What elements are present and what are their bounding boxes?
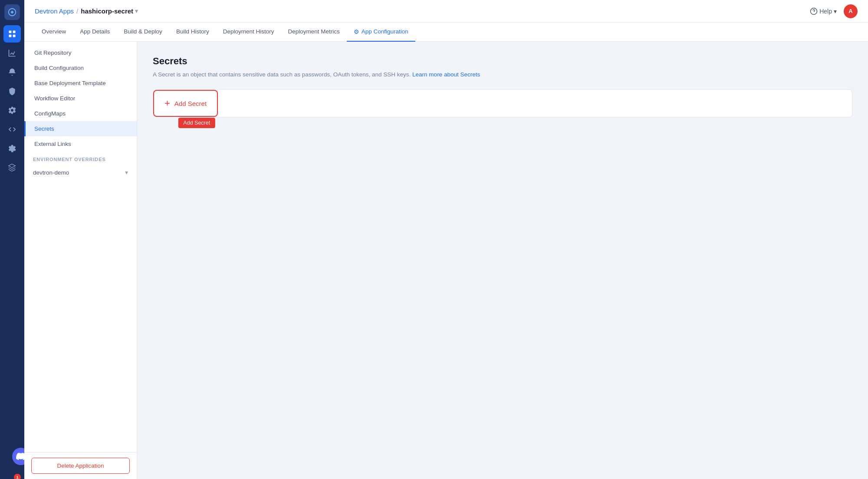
help-button[interactable]: Help ▾ xyxy=(810,7,837,15)
sidebar-item-security[interactable] xyxy=(3,83,21,100)
sidebar-item-global-config[interactable] xyxy=(3,102,21,119)
page-description: A Secret is an object that contains sens… xyxy=(153,70,852,79)
main-content: Secrets A Secret is an object that conta… xyxy=(137,42,868,479)
page-title: Secrets xyxy=(153,56,852,67)
sidebar-item-build-configuration[interactable]: Build Configuration xyxy=(24,60,137,76)
breadcrumb-parent[interactable]: Devtron Apps xyxy=(35,7,74,15)
sidebar-item-workflow-editor[interactable]: Workflow Editor xyxy=(24,91,137,106)
app-logo[interactable] xyxy=(4,4,20,20)
app-config-icon: ⚙ xyxy=(354,28,359,35)
page-description-text: A Secret is an object that contains sens… xyxy=(153,71,411,78)
tab-app-details[interactable]: App Details xyxy=(73,23,117,42)
sidebar-item-external-links[interactable]: External Links xyxy=(24,136,137,152)
help-chevron-icon: ▾ xyxy=(834,8,837,15)
sidebar: Git Repository Build Configuration Base … xyxy=(24,42,137,479)
sidebar-item-charts[interactable] xyxy=(3,44,21,62)
help-label: Help xyxy=(819,8,832,15)
add-secret-label: Add Secret xyxy=(174,100,207,107)
sidebar-item-stacks[interactable] xyxy=(3,159,21,176)
add-secret-tooltip: Add Secret xyxy=(178,118,215,128)
tab-app-configuration[interactable]: ⚙ App Configuration xyxy=(347,23,415,42)
svg-rect-1 xyxy=(9,31,12,33)
env-item-label: devtron-demo xyxy=(33,169,69,176)
sidebar-item-configmaps[interactable]: ConfigMaps xyxy=(24,106,137,121)
sidebar-footer: Delete Application xyxy=(24,452,137,479)
learn-more-link[interactable]: Learn more about Secrets xyxy=(412,71,480,78)
body-layout: Git Repository Build Configuration Base … xyxy=(24,42,868,479)
tab-app-configuration-label: App Configuration xyxy=(362,28,408,35)
avatar[interactable]: A xyxy=(844,4,858,18)
icon-bar: 1 xyxy=(0,0,24,479)
sidebar-item-base-deployment-template[interactable]: Base Deployment Template xyxy=(24,76,137,91)
svg-rect-4 xyxy=(13,35,16,37)
sidebar-item-devtron-demo[interactable]: devtron-demo ▾ xyxy=(24,165,137,180)
tab-build-history[interactable]: Build History xyxy=(169,23,216,42)
sidebar-item-code[interactable] xyxy=(3,121,21,138)
main-area: Devtron Apps / hashicorp-secret ▾ Help ▾… xyxy=(24,0,868,479)
breadcrumb: Devtron Apps / hashicorp-secret ▾ xyxy=(35,7,138,15)
breadcrumb-separator: / xyxy=(76,7,78,15)
svg-rect-2 xyxy=(13,31,16,33)
sidebar-item-notifications[interactable] xyxy=(3,63,21,81)
tab-build-deploy[interactable]: Build & Deploy xyxy=(117,23,169,42)
sidebar-item-git-repository[interactable]: Git Repository xyxy=(24,45,137,60)
chevron-down-icon: ▾ xyxy=(125,169,128,176)
tab-deployment-metrics[interactable]: Deployment Metrics xyxy=(281,23,346,42)
sidebar-item-apps[interactable] xyxy=(3,25,21,43)
tab-deployment-history[interactable]: Deployment History xyxy=(216,23,281,42)
sidebar-item-settings[interactable] xyxy=(3,140,21,157)
breadcrumb-chevron-icon[interactable]: ▾ xyxy=(135,8,138,14)
app-name: hashicorp-secret xyxy=(81,7,133,15)
tab-overview[interactable]: Overview xyxy=(35,23,73,42)
sidebar-nav: Git Repository Build Configuration Base … xyxy=(24,42,137,452)
env-overrides-header: ENVIRONMENT OVERRIDES xyxy=(24,152,137,165)
notification-badge: 1 xyxy=(14,474,21,479)
add-secret-button[interactable]: + Add Secret Add Secret xyxy=(153,90,218,117)
header-right: Help ▾ A xyxy=(810,4,858,18)
delete-application-button[interactable]: Delete Application xyxy=(31,458,130,474)
add-secret-plus-icon: + xyxy=(164,99,170,108)
top-header: Devtron Apps / hashicorp-secret ▾ Help ▾… xyxy=(24,0,868,23)
breadcrumb-current: hashicorp-secret ▾ xyxy=(81,7,138,15)
secrets-container: + Add Secret Add Secret xyxy=(153,89,852,117)
nav-tabs: Overview App Details Build & Deploy Buil… xyxy=(24,23,868,42)
sidebar-item-secrets[interactable]: Secrets xyxy=(24,121,137,136)
svg-rect-3 xyxy=(9,35,12,37)
